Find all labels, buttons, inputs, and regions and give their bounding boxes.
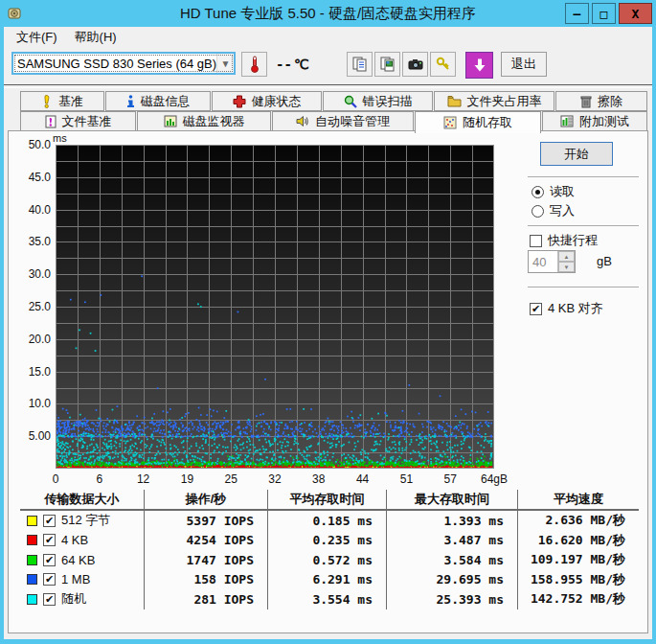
tab-disk-info[interactable]: 磁盘信息 [105,91,211,111]
table-row: 随机 281 IOPS 3.554 ms 25.393 ms 142.752 M… [20,589,639,610]
client-area: 文件(F) 帮助(H) SAMSUNG SSD 830 Series (64 g… [4,27,652,639]
y-tick: 10.0 [12,397,51,410]
x-tick: 51 [385,472,427,486]
series-checkbox[interactable] [43,593,56,606]
menu-file[interactable]: 文件(F) [8,27,66,48]
short-stroke-size-stepper[interactable]: 40 ▲ ▼ [528,250,576,273]
drive-select[interactable]: SAMSUNG SSD 830 Series (64 gB) ▼ [11,52,236,75]
y-tick: 30.0 [12,267,51,281]
extra-tests-icon [560,115,574,127]
chevron-down-icon[interactable]: ▼ [216,54,234,73]
monitor-chart-icon [164,115,177,127]
avg-access-value: 0.235 ms [268,531,387,551]
avg-speed-value: 158.955 MB/秒 [518,570,639,590]
series-label: 4 KB [61,533,88,547]
write-label: 写入 [550,202,575,219]
read-label: 读取 [550,183,575,200]
tab-label: 磁盘监视器 [183,113,245,130]
series-checkbox[interactable] [43,515,56,527]
app-window: HD Tune 专业版 5.50 - 硬盘/固态硬盘实用程序 — □ X 文件(… [0,0,656,644]
read-radio[interactable] [532,186,544,198]
x-tick: 44 [342,472,384,486]
y-tick: 15.0 [12,365,51,379]
table-header-row: 传输数据大小 操作/秒 平均存取时间 最大存取时间 平均速度 [20,490,639,511]
options-button[interactable] [430,52,456,77]
series-color-swatch [27,516,37,526]
tab-file-benchmark[interactable]: 文件基准 [20,111,136,131]
short-stroke-checkbox[interactable] [530,235,542,247]
series-label: 64 KB [61,553,95,567]
tab-noise-management[interactable]: 自动噪音管理 [272,111,414,131]
align-row[interactable]: 4 KB 对齐 [530,300,603,317]
series-checkbox[interactable] [43,554,56,566]
iops-value: 281 IOPS [145,589,268,610]
short-stroke-label: 快捷行程 [548,232,598,249]
tab-folder-usage[interactable]: 文件夹占用率 [434,91,554,111]
info-icon [126,95,135,108]
stepper-up-button[interactable]: ▲ [558,251,575,262]
stepper-down-button[interactable]: ▼ [558,262,575,272]
minimize-button[interactable]: — [565,3,589,24]
tab-label: 附加测试 [579,113,629,130]
avg-speed-value: 109.197 MB/秒 [518,550,639,570]
tab-label: 磁盘信息 [141,93,191,110]
tab-random-access[interactable]: 随机存取 [415,111,541,133]
write-radio-row[interactable]: 写入 [532,202,575,219]
x-tick: 0 [34,472,77,486]
copy-text-button[interactable] [347,52,373,77]
tab-erase[interactable]: 擦除 [555,91,647,111]
short-stroke-unit: gB [597,254,612,268]
max-access-value: 29.695 ms [387,570,518,590]
trash-icon [580,95,592,108]
screenshot-button[interactable] [402,52,428,77]
col-header: 传输数据大小 [20,490,145,511]
tab-benchmark[interactable]: 基准 [20,91,104,111]
temperature-button[interactable] [241,52,267,77]
random-access-page: ms 50.045.040.035.030.025.020.015.010.05… [8,130,648,633]
short-stroke-row[interactable]: 快捷行程 [530,232,598,249]
series-color-swatch [27,535,37,545]
lightning-icon [41,95,53,108]
toolbar: SAMSUNG SSD 830 Series (64 gB) ▼ -- ℃ [4,48,652,82]
copy-image-button[interactable] [374,52,400,77]
y-tick: 5.00 [12,429,51,443]
speaker-icon [296,115,309,127]
y-axis-unit: ms [53,132,67,144]
exit-button[interactable]: 退出 [501,52,547,77]
align-checkbox[interactable] [530,303,542,315]
col-header: 最大存取时间 [387,490,518,511]
tab-label: 擦除 [598,93,622,110]
read-radio-row[interactable]: 读取 [532,183,575,200]
iops-value: 5397 IOPS [145,511,268,531]
camera-icon [407,56,424,73]
write-radio[interactable] [532,205,544,218]
avg-access-value: 0.572 ms [268,550,387,570]
series-checkbox[interactable] [43,534,56,546]
save-button[interactable] [465,52,493,79]
menu-help[interactable]: 帮助(H) [66,27,125,48]
separator [528,225,639,226]
col-header: 操作/秒 [145,490,268,511]
tab-extra-tests[interactable]: 附加测试 [542,111,647,131]
tab-error-scan[interactable]: 错误扫描 [323,91,433,111]
x-tick: 12 [123,472,165,486]
tab-disk-monitor[interactable]: 磁盘监视器 [137,111,271,131]
close-button[interactable]: X [619,3,652,24]
y-tick: 25.0 [12,300,51,313]
maximize-button[interactable]: □ [592,3,616,24]
series-checkbox[interactable] [43,573,56,586]
tab-health[interactable]: 健康状态 [212,91,322,111]
separator [528,287,639,288]
iops-value: 158 IOPS [145,570,268,590]
x-tick: 38 [298,472,340,486]
tab-label: 文件基准 [62,113,112,130]
toolbar-divider [4,84,652,88]
tab-label: 健康状态 [252,93,302,110]
avg-access-value: 6.291 ms [268,570,387,590]
copy-text-icon [351,56,369,73]
folder-icon [447,95,462,107]
start-button[interactable]: 开始 [540,142,613,166]
table-body: 512 字节 5397 IOPS 0.185 ms 1.393 ms 2.636… [20,511,639,610]
file-benchmark-icon [45,115,57,128]
table-row: 4 KB 4254 IOPS 0.235 ms 3.487 ms 16.620 … [20,531,639,551]
